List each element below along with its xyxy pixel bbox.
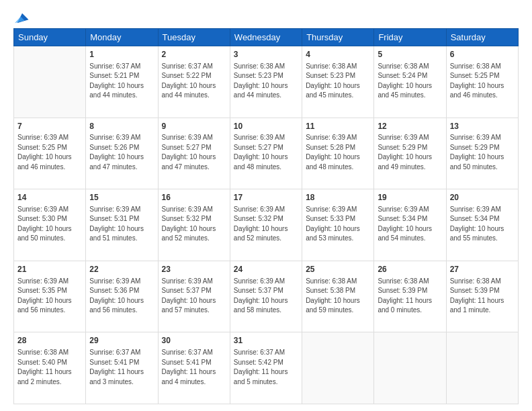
cell-info: Sunrise: 6:38 AMSunset: 5:24 PMDaylight:… <box>378 62 442 101</box>
calendar-cell: 27Sunrise: 6:38 AMSunset: 5:39 PMDayligh… <box>446 261 518 332</box>
col-saturday: Saturday <box>446 29 518 46</box>
cell-date: 20 <box>450 192 515 203</box>
cell-date: 21 <box>17 264 82 275</box>
cell-info: Sunrise: 6:39 AMSunset: 5:37 PMDaylight:… <box>234 277 298 316</box>
week-row-4: 21Sunrise: 6:39 AMSunset: 5:35 PMDayligh… <box>14 261 519 332</box>
calendar-cell: 24Sunrise: 6:39 AMSunset: 5:37 PMDayligh… <box>230 261 302 332</box>
cell-date: 1 <box>89 49 154 60</box>
cell-info: Sunrise: 6:37 AMSunset: 5:22 PMDaylight:… <box>162 62 226 101</box>
calendar-cell: 18Sunrise: 6:39 AMSunset: 5:33 PMDayligh… <box>302 189 374 261</box>
cell-date: 27 <box>450 264 515 275</box>
calendar-cell: 31Sunrise: 6:37 AMSunset: 5:42 PMDayligh… <box>230 332 302 404</box>
cell-date: 9 <box>162 121 226 132</box>
cell-date: 10 <box>234 121 298 132</box>
cell-date: 17 <box>234 192 298 203</box>
cell-info: Sunrise: 6:39 AMSunset: 5:30 PMDaylight:… <box>17 205 82 244</box>
cell-date: 6 <box>450 49 515 60</box>
cell-info: Sunrise: 6:39 AMSunset: 5:32 PMDaylight:… <box>234 205 298 244</box>
cell-date: 13 <box>450 121 515 132</box>
cell-date: 7 <box>17 121 82 132</box>
cell-date: 5 <box>378 49 442 60</box>
col-friday: Friday <box>374 29 446 46</box>
cell-date: 2 <box>162 49 226 60</box>
logo <box>13 11 30 23</box>
cell-info: Sunrise: 6:38 AMSunset: 5:25 PMDaylight:… <box>450 62 515 101</box>
calendar-cell: 10Sunrise: 6:39 AMSunset: 5:27 PMDayligh… <box>230 118 302 189</box>
calendar-cell: 19Sunrise: 6:39 AMSunset: 5:34 PMDayligh… <box>374 189 446 261</box>
col-sunday: Sunday <box>14 29 86 46</box>
cell-info: Sunrise: 6:38 AMSunset: 5:38 PMDaylight:… <box>306 277 370 316</box>
calendar-cell: 26Sunrise: 6:38 AMSunset: 5:39 PMDayligh… <box>374 261 446 332</box>
cell-info: Sunrise: 6:39 AMSunset: 5:27 PMDaylight:… <box>234 133 298 172</box>
calendar-cell <box>446 332 518 404</box>
calendar-cell: 30Sunrise: 6:37 AMSunset: 5:41 PMDayligh… <box>158 332 230 404</box>
cell-info: Sunrise: 6:39 AMSunset: 5:35 PMDaylight:… <box>17 277 82 316</box>
cell-date: 19 <box>378 192 442 203</box>
calendar-cell: 23Sunrise: 6:39 AMSunset: 5:37 PMDayligh… <box>158 261 230 332</box>
calendar-cell: 11Sunrise: 6:39 AMSunset: 5:28 PMDayligh… <box>302 118 374 189</box>
week-row-3: 14Sunrise: 6:39 AMSunset: 5:30 PMDayligh… <box>14 189 519 261</box>
cell-date: 23 <box>162 264 226 275</box>
calendar-header-row: Sunday Monday Tuesday Wednesday Thursday… <box>14 29 519 46</box>
calendar-cell: 28Sunrise: 6:38 AMSunset: 5:40 PMDayligh… <box>14 332 86 404</box>
calendar-cell: 5Sunrise: 6:38 AMSunset: 5:24 PMDaylight… <box>374 46 446 118</box>
page: Sunday Monday Tuesday Wednesday Thursday… <box>0 0 532 411</box>
cell-date: 4 <box>306 49 370 60</box>
cell-date: 28 <box>17 335 82 347</box>
calendar-cell: 4Sunrise: 6:38 AMSunset: 5:23 PMDaylight… <box>302 46 374 118</box>
calendar-cell: 2Sunrise: 6:37 AMSunset: 5:22 PMDaylight… <box>158 46 230 118</box>
cell-date: 26 <box>378 264 442 275</box>
cell-info: Sunrise: 6:39 AMSunset: 5:25 PMDaylight:… <box>17 133 82 172</box>
col-tuesday: Tuesday <box>158 29 230 46</box>
cell-info: Sunrise: 6:38 AMSunset: 5:23 PMDaylight:… <box>306 62 370 101</box>
cell-info: Sunrise: 6:38 AMSunset: 5:40 PMDaylight:… <box>17 348 82 387</box>
cell-date: 8 <box>89 121 154 132</box>
calendar-cell <box>374 332 446 404</box>
cell-date: 22 <box>89 264 154 275</box>
cell-date: 18 <box>306 192 370 203</box>
logo-icon <box>15 11 30 26</box>
calendar-cell: 7Sunrise: 6:39 AMSunset: 5:25 PMDaylight… <box>14 118 86 189</box>
cell-date: 29 <box>89 335 154 347</box>
calendar-cell <box>14 46 86 118</box>
cell-info: Sunrise: 6:39 AMSunset: 5:33 PMDaylight:… <box>306 205 370 244</box>
col-thursday: Thursday <box>302 29 374 46</box>
cell-info: Sunrise: 6:39 AMSunset: 5:31 PMDaylight:… <box>89 205 154 244</box>
cell-info: Sunrise: 6:39 AMSunset: 5:37 PMDaylight:… <box>162 277 226 316</box>
calendar-cell: 21Sunrise: 6:39 AMSunset: 5:35 PMDayligh… <box>14 261 86 332</box>
cell-info: Sunrise: 6:37 AMSunset: 5:21 PMDaylight:… <box>89 62 154 101</box>
calendar-cell: 13Sunrise: 6:39 AMSunset: 5:29 PMDayligh… <box>446 118 518 189</box>
calendar-cell: 6Sunrise: 6:38 AMSunset: 5:25 PMDaylight… <box>446 46 518 118</box>
calendar-cell: 16Sunrise: 6:39 AMSunset: 5:32 PMDayligh… <box>158 189 230 261</box>
cell-date: 25 <box>306 264 370 275</box>
cell-info: Sunrise: 6:37 AMSunset: 5:41 PMDaylight:… <box>162 348 226 387</box>
calendar-cell: 8Sunrise: 6:39 AMSunset: 5:26 PMDaylight… <box>86 118 158 189</box>
calendar-cell: 9Sunrise: 6:39 AMSunset: 5:27 PMDaylight… <box>158 118 230 189</box>
cell-date: 16 <box>162 192 226 203</box>
col-wednesday: Wednesday <box>230 29 302 46</box>
cell-info: Sunrise: 6:39 AMSunset: 5:32 PMDaylight:… <box>162 205 226 244</box>
cell-info: Sunrise: 6:39 AMSunset: 5:34 PMDaylight:… <box>450 205 515 244</box>
calendar-cell <box>302 332 374 404</box>
header <box>13 11 519 23</box>
cell-info: Sunrise: 6:38 AMSunset: 5:39 PMDaylight:… <box>378 277 442 316</box>
calendar-cell: 25Sunrise: 6:38 AMSunset: 5:38 PMDayligh… <box>302 261 374 332</box>
cell-info: Sunrise: 6:39 AMSunset: 5:34 PMDaylight:… <box>378 205 442 244</box>
cell-date: 3 <box>234 49 298 60</box>
cell-date: 24 <box>234 264 298 275</box>
calendar-cell: 20Sunrise: 6:39 AMSunset: 5:34 PMDayligh… <box>446 189 518 261</box>
cell-date: 30 <box>162 335 226 347</box>
cell-date: 31 <box>234 335 298 347</box>
cell-info: Sunrise: 6:37 AMSunset: 5:41 PMDaylight:… <box>89 348 154 387</box>
cell-info: Sunrise: 6:38 AMSunset: 5:39 PMDaylight:… <box>450 277 515 316</box>
col-monday: Monday <box>86 29 158 46</box>
cell-info: Sunrise: 6:39 AMSunset: 5:36 PMDaylight:… <box>89 277 154 316</box>
cell-info: Sunrise: 6:38 AMSunset: 5:23 PMDaylight:… <box>234 62 298 101</box>
calendar-cell: 22Sunrise: 6:39 AMSunset: 5:36 PMDayligh… <box>86 261 158 332</box>
cell-date: 12 <box>378 121 442 132</box>
cell-info: Sunrise: 6:39 AMSunset: 5:28 PMDaylight:… <box>306 133 370 172</box>
cell-info: Sunrise: 6:37 AMSunset: 5:42 PMDaylight:… <box>234 348 298 387</box>
calendar-table: Sunday Monday Tuesday Wednesday Thursday… <box>13 28 519 404</box>
week-row-2: 7Sunrise: 6:39 AMSunset: 5:25 PMDaylight… <box>14 118 519 189</box>
cell-info: Sunrise: 6:39 AMSunset: 5:27 PMDaylight:… <box>162 133 226 172</box>
